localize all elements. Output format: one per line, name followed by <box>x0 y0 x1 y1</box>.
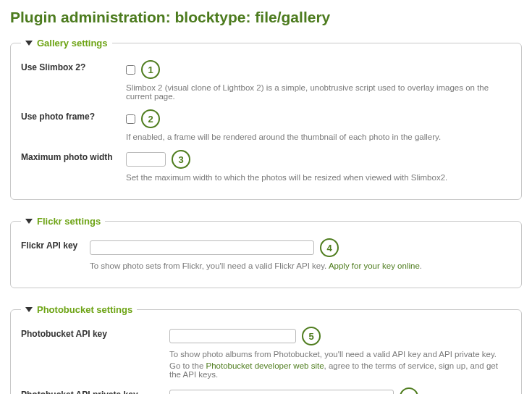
pb-api-label: Photobucket API key <box>21 327 169 339</box>
maxwidth-label: Maximum photo width <box>21 150 126 162</box>
marker-5: 5 <box>302 327 321 345</box>
pb-priv-label: Photobucket API private key <box>21 387 169 394</box>
flickr-api-label: Flickr API key <box>21 238 90 251</box>
maxwidth-input[interactable] <box>126 152 166 167</box>
gallery-settings-fieldset: Gallery settings Use Slimbox 2? 1 Slimbo… <box>10 38 522 200</box>
pb-help2-pre: Go to the <box>169 361 206 370</box>
page-title: Plugin administration: blocktype: file/g… <box>10 9 522 26</box>
flickr-legend[interactable]: Flickr settings <box>21 216 105 227</box>
marker-1: 1 <box>141 60 160 79</box>
flickr-legend-text: Flickr settings <box>37 216 101 227</box>
flickr-api-input[interactable] <box>90 240 314 255</box>
slimbox-checkbox[interactable] <box>126 65 135 75</box>
caret-down-icon <box>25 307 33 312</box>
flickr-help-pre: To show photo sets from Flickr, you'll n… <box>90 261 329 270</box>
flickr-help-post: . <box>420 261 422 270</box>
caret-down-icon <box>25 41 33 46</box>
gallery-legend-text: Gallery settings <box>37 38 108 49</box>
photobucket-legend[interactable]: Photobucket settings <box>21 304 137 315</box>
pb-priv-input[interactable] <box>169 390 394 394</box>
photoframe-help: If enabled, a frame will be rendered aro… <box>126 133 511 141</box>
pb-api-help2: Go to the Photobucket developer web site… <box>169 361 511 379</box>
pb-api-input[interactable] <box>169 329 296 343</box>
photoframe-checkbox[interactable] <box>126 114 135 124</box>
flickr-settings-fieldset: Flickr settings Flickr API key 4 To show… <box>10 216 522 288</box>
slimbox-help: Slimbox 2 (visual clone of Lightbox 2) i… <box>126 83 511 101</box>
photobucket-settings-fieldset: Photobucket settings Photobucket API key… <box>10 304 522 394</box>
slimbox-label: Use Slimbox 2? <box>21 60 126 72</box>
marker-3: 3 <box>172 150 190 169</box>
pb-dev-link[interactable]: Photobucket developer web site <box>206 361 324 370</box>
pb-legend-text: Photobucket settings <box>37 304 132 315</box>
pb-api-help1: To show photo albums from Photobucket, y… <box>169 350 511 359</box>
flickr-api-help: To show photo sets from Flickr, you'll n… <box>90 261 511 270</box>
maxwidth-help: Set the maximum width to which the photo… <box>126 173 511 182</box>
gallery-legend[interactable]: Gallery settings <box>21 38 112 49</box>
flickr-apply-link[interactable]: Apply for your key online <box>329 261 420 270</box>
photoframe-label: Use photo frame? <box>21 109 126 122</box>
caret-down-icon <box>25 219 33 224</box>
marker-4: 4 <box>320 238 339 257</box>
marker-6: 6 <box>400 387 418 394</box>
marker-2: 2 <box>141 109 160 128</box>
